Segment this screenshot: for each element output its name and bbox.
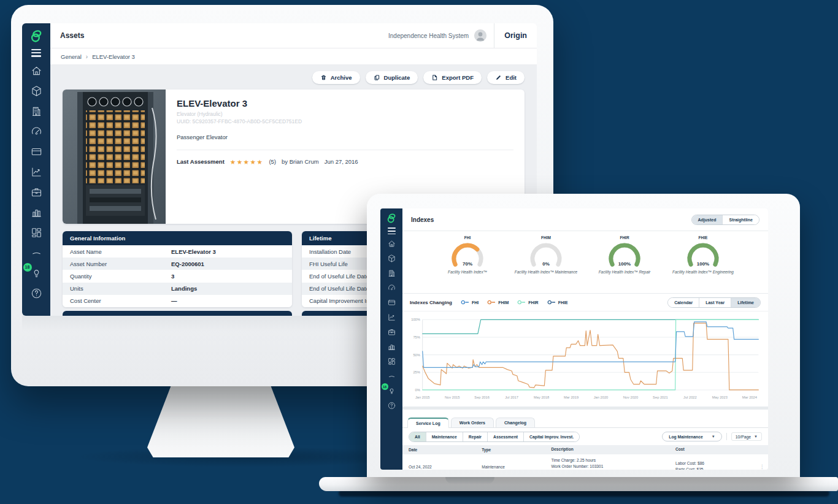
col-type[interactable]: Type [482, 448, 551, 452]
asset-category: Passenger Elevator [177, 134, 513, 140]
assessment-date: Jun 27, 2016 [325, 158, 358, 165]
legend-fhi[interactable]: FHI [461, 300, 479, 305]
lightbulb-icon [30, 267, 43, 280]
lightbulb-icon [387, 386, 396, 395]
general-information-header: General Information [63, 231, 292, 245]
gauge-fhi: FHI70%Facility Health Index™ [428, 235, 507, 293]
sidebar-item-help[interactable] [387, 401, 396, 410]
sidebar-item-trend-chart[interactable] [387, 313, 396, 322]
legend-fhie[interactable]: FHIE [547, 300, 568, 305]
sidebar-item-assets-cube[interactable] [387, 254, 396, 263]
collapse-wave-icon [387, 372, 396, 381]
sidebar-item-lightbulb[interactable]: 18 [30, 267, 43, 280]
user-avatar[interactable] [474, 29, 486, 42]
sidebar-item-billing-card[interactable] [387, 298, 396, 307]
range-toggle: Calendar Last Year Lifetime [667, 297, 761, 308]
page-size-select[interactable]: 10/Page ▼ [731, 432, 762, 441]
sidebar-item-gauge[interactable] [387, 283, 396, 292]
laptop-frame: 18 Indexes Adjusted Straightline FHI70%F… [367, 194, 800, 477]
table-row: Asset NameELEV-Elevator 3 [63, 245, 292, 258]
filter-maintenance[interactable]: Maintenance [426, 432, 463, 441]
home-icon [30, 64, 43, 77]
sidebar-item-facility-building[interactable] [387, 269, 396, 278]
sidebar-item-gauge[interactable] [30, 125, 43, 138]
bar-chart-icon [387, 342, 396, 351]
filter-repair[interactable]: Repair [463, 432, 487, 441]
duplicate-button[interactable]: Duplicate [366, 71, 418, 84]
archive-button[interactable]: Archive [312, 71, 360, 84]
sidebar-item-home[interactable] [387, 239, 396, 248]
sidebar-item-help[interactable] [30, 287, 43, 300]
asset-type: Elevator (Hydraulic) [177, 111, 513, 118]
svg-text:100%: 100% [697, 261, 709, 267]
sidebar-item-dashboard-blocks[interactable] [30, 226, 43, 239]
row-kebab-menu[interactable]: ⋮ [756, 464, 768, 470]
sidebar-item-billing-card[interactable] [30, 145, 43, 158]
filter-assessment[interactable]: Assessment [487, 432, 523, 441]
briefcase-icon [387, 327, 396, 337]
gauge-arc-icon: 0% [526, 240, 566, 269]
filter-all[interactable]: All [409, 432, 426, 441]
sidebar-item-briefcase[interactable] [387, 327, 396, 337]
asset-action-buttons: ArchiveDuplicateExport PDFEdit [63, 71, 525, 84]
svg-text:100%: 100% [411, 318, 420, 321]
col-description[interactable]: Description [551, 446, 675, 452]
chevron-down-icon: ▼ [754, 435, 758, 438]
origin-logo-icon [28, 28, 44, 44]
col-cost[interactable]: Cost [675, 446, 756, 452]
col-date[interactable]: Date [402, 448, 482, 452]
menu-hamburger-icon[interactable] [31, 49, 41, 57]
sidebar-item-dashboard-blocks[interactable] [387, 357, 396, 366]
origin-logo-icon [385, 212, 398, 224]
export-pdf-button[interactable]: Export PDF [423, 71, 482, 84]
breadcrumb-root[interactable]: General [61, 53, 82, 60]
indexes-changing-bar: Indexes Changing FHIFHIMFHIRFHIE Calenda… [402, 294, 768, 311]
asset-name-title: ELEV-Elevator 3 [177, 98, 513, 109]
assessment-label: Last Assessment [177, 158, 225, 165]
indexes-title: Indexes [411, 216, 434, 223]
sidebar-item-bar-chart[interactable] [30, 206, 43, 219]
menu-hamburger-icon[interactable] [388, 227, 396, 234]
tab-work-orders[interactable]: Work Orders [451, 418, 494, 427]
range-lifetime[interactable]: Lifetime [731, 298, 760, 307]
sidebar-item-briefcase[interactable] [30, 186, 43, 199]
range-calendar[interactable]: Calendar [668, 298, 699, 307]
toggle-straightline[interactable]: Straightline [722, 215, 759, 224]
log-maintenance-dropdown[interactable]: Log Maintenance ▼ [662, 432, 721, 441]
page-background: 18 Assets Independence Health System Ori… [0, 0, 838, 504]
svg-text:Jul 2017: Jul 2017 [505, 395, 518, 399]
edit-button[interactable]: Edit [487, 71, 525, 84]
sidebar-item-collapse-wave[interactable] [387, 372, 396, 381]
type-filter-group: All Maintenance Repair Assessment Capita… [409, 432, 580, 442]
toggle-adjusted[interactable]: Adjusted [692, 215, 723, 224]
sidebar-item-home[interactable] [30, 64, 43, 77]
asset-photo [63, 90, 166, 224]
gauge-arc-icon: 70% [448, 240, 487, 269]
table-row: UnitsLandings [63, 283, 292, 295]
facility-building-icon [387, 269, 396, 278]
svg-text:0%: 0% [415, 388, 421, 392]
tab-changelog[interactable]: Changelog [496, 418, 535, 427]
gauge-fhim: FHIM0%Facility Health Index™ Maintenance [507, 235, 585, 293]
gauges-row: FHI70%Facility Health Index™FHIM0%Facili… [402, 231, 768, 294]
sidebar-item-lightbulb[interactable]: 18 [387, 386, 396, 395]
gauge-icon [387, 283, 396, 292]
assessment-author: by Brian Crum [282, 158, 319, 165]
filter-capital-improv[interactable]: Capital Improv. Invest. [523, 432, 579, 441]
legend-fhir[interactable]: FHIR [517, 300, 538, 305]
sidebar-item-assets-cube[interactable] [30, 85, 43, 97]
table-row: Oct 24, 2022 Maintenance Time Charge: 2.… [402, 454, 768, 470]
briefcase-icon [30, 186, 43, 199]
range-last-year[interactable]: Last Year [699, 298, 731, 307]
legend-fhim[interactable]: FHIM [487, 300, 509, 305]
tab-service-log[interactable]: Service Log [407, 418, 449, 428]
sidebar-item-facility-building[interactable] [30, 105, 43, 118]
sidebar-item-trend-chart[interactable] [30, 166, 43, 178]
collapse-wave-icon [30, 246, 43, 259]
assets-cube-icon [30, 85, 43, 97]
sidebar-item-collapse-wave[interactable] [30, 246, 43, 259]
svg-text:100%: 100% [618, 261, 631, 267]
chevron-right-icon: › [86, 53, 88, 60]
sidebar-item-bar-chart[interactable] [387, 342, 396, 351]
table-row: Quantity3 [63, 270, 292, 282]
